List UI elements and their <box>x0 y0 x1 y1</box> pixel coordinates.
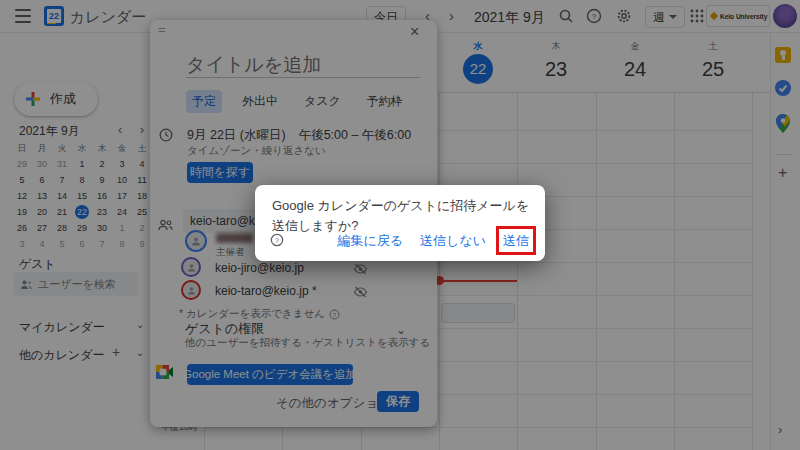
confirm-actions: 編集に戻る 送信しない 送信 <box>337 231 529 250</box>
back-to-edit-button[interactable]: 編集に戻る <box>337 232 403 250</box>
svg-text:?: ? <box>275 237 279 244</box>
send-invite-confirm-dialog: Google カレンダーのゲストに招待メールを送信しますか? ? 編集に戻る 送… <box>255 185 545 261</box>
google-calendar-app: 22 カレンダー 今日 ‹ › 2021年 9月 ? 週 Keio Univer <box>0 0 800 450</box>
help-icon[interactable]: ? <box>270 233 284 251</box>
dont-send-button[interactable]: 送信しない <box>420 232 486 250</box>
send-button[interactable]: 送信 <box>503 233 529 248</box>
